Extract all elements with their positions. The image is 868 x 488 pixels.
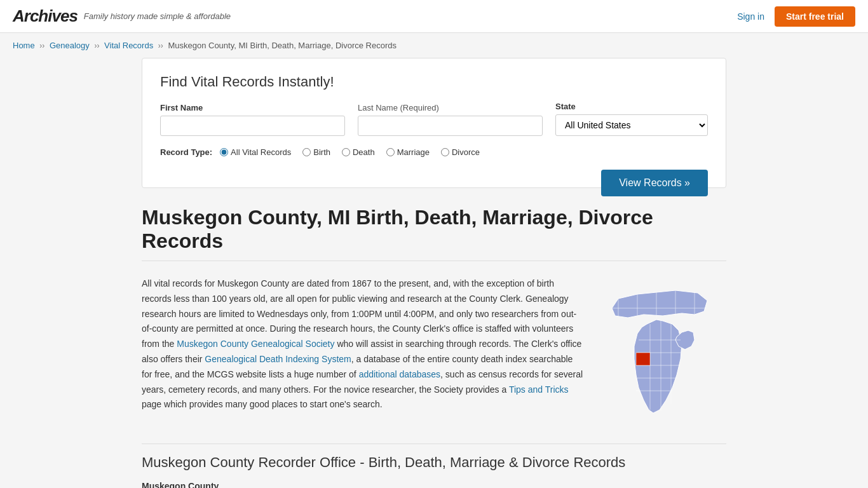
recorder-title: Muskegon County Recorder Office - Birth,… [142,454,726,471]
death-index-link[interactable]: Genealogical Death Indexing System [205,354,351,364]
michigan-map [599,276,726,424]
svg-marker-0 [612,290,707,318]
tips-tricks-link[interactable]: Tips and Tricks [509,384,569,395]
radio-death-label: Death [353,147,375,157]
breadcrumb-sep3: ›› [158,41,163,50]
main-content: Find Vital Records Instantly! First Name… [129,58,739,488]
search-fields: First Name Last Name (Required) State Al… [160,102,708,136]
article: All vital records for Muskegon County ar… [142,268,726,424]
last-name-group: Last Name (Required) [358,103,543,136]
page-title: Muskegon County, MI Birth, Death, Marria… [142,206,726,261]
breadcrumb-current: Muskegon County, MI Birth, Death, Marria… [168,41,397,50]
last-name-label: Last Name (Required) [358,103,543,112]
start-trial-button[interactable]: Start free trial [775,6,855,27]
view-records-button[interactable]: View Records » [601,170,708,196]
sign-in-link[interactable]: Sign in [737,11,764,22]
radio-birth[interactable]: Birth [302,147,330,157]
first-name-group: First Name [160,103,345,136]
state-label: State [555,102,708,111]
breadcrumb-home[interactable]: Home [13,41,35,50]
search-box: Find Vital Records Instantly! First Name… [142,58,726,188]
site-header: Archives Family history made simple & af… [0,0,868,33]
radio-marriage[interactable]: Marriage [386,147,430,157]
first-name-input[interactable] [160,116,345,136]
state-select[interactable]: All United States Alabama Alaska Arizona… [555,114,708,136]
michigan-map-svg [599,276,720,423]
header-right: Sign in Start free trial [737,6,855,27]
radio-divorce[interactable]: Divorce [441,147,480,157]
breadcrumb-vital-records[interactable]: Vital Records [104,41,153,50]
radio-marriage-input[interactable] [386,148,395,156]
radio-marriage-label: Marriage [397,147,430,157]
breadcrumb: Home ›› Genealogy ›› Vital Records ›› Mu… [0,33,868,58]
state-group: State All United States Alabama Alaska A… [555,102,708,136]
article-text: All vital records for Muskegon County ar… [142,276,584,424]
radio-divorce-input[interactable] [441,148,449,156]
article-paragraph: All vital records for Muskegon County ar… [142,276,584,412]
radio-death-input[interactable] [342,148,350,156]
radio-divorce-label: Divorce [452,147,480,157]
additional-db-link[interactable]: additional databases [359,369,440,379]
search-title: Find Vital Records Instantly! [160,74,708,90]
article-text-5: page which provides many good places to … [142,399,383,409]
recorder-section: Muskegon County Recorder Office - Birth,… [142,444,726,488]
radio-birth-label: Birth [313,147,330,157]
svg-rect-11 [636,353,650,365]
radio-all-label: All Vital Records [231,147,291,157]
site-tagline: Family history made simple & affordable [84,11,231,21]
record-type-row: Record Type: All Vital Records Birth Dea… [160,147,708,157]
radio-death[interactable]: Death [342,147,375,157]
breadcrumb-sep1: ›› [39,41,44,50]
first-name-label: First Name [160,103,345,112]
radio-all-vital[interactable]: All Vital Records [220,147,291,157]
svg-marker-1 [634,320,682,413]
breadcrumb-sep2: ›› [94,41,99,50]
county-name: Muskegon County [142,481,726,488]
mcgs-link[interactable]: Muskegon County Genealogical Society [177,339,334,349]
header-left: Archives Family history made simple & af… [13,6,231,26]
last-name-input[interactable] [358,116,543,136]
record-type-label: Record Type: [160,147,212,157]
radio-birth-input[interactable] [302,148,311,156]
site-logo: Archives [13,6,78,26]
radio-all-input[interactable] [220,148,228,156]
breadcrumb-genealogy[interactable]: Genealogy [50,41,90,50]
